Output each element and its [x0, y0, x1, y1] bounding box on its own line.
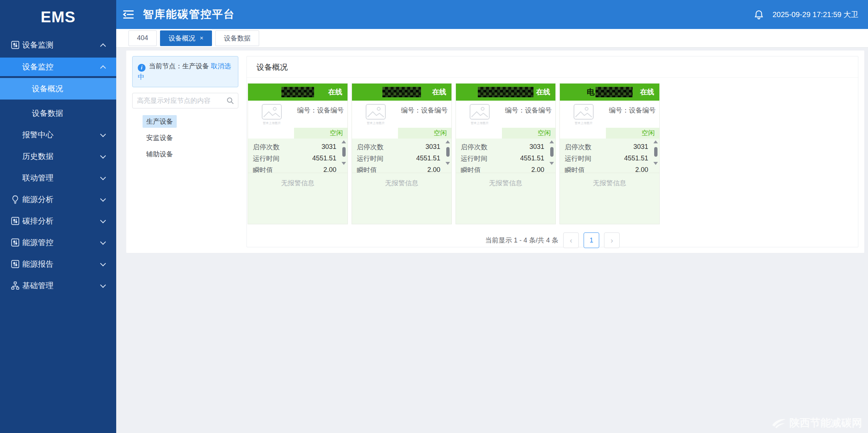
scroll-up-icon[interactable]	[446, 140, 450, 143]
metric-value: 4551.51	[416, 154, 440, 162]
scroll-up-icon[interactable]	[342, 140, 346, 143]
prev-page-button[interactable]: ‹	[563, 232, 579, 248]
page-title: 智库能碳管控平台	[143, 7, 235, 22]
sidebar-item-设备监测[interactable]: 设备监测	[0, 34, 116, 56]
metrics-scrollbar[interactable]	[445, 140, 450, 172]
metrics-scrollbar[interactable]	[341, 140, 346, 172]
metric-label: 瞬时值	[461, 166, 481, 173]
device-card-body: 暂未上传图片 编号：设备编号 空闲	[248, 101, 347, 139]
main-column: 智库能碳管控平台 2025-09-29 17:21:59 大卫 404 设备概况…	[116, 0, 868, 433]
scrollbar-thumb[interactable]	[550, 147, 554, 157]
chevron-down-icon	[100, 153, 106, 159]
sidebar-item-能源分析[interactable]: 能源分析	[0, 189, 116, 210]
scroll-up-icon[interactable]	[653, 140, 658, 143]
sidebar-item-label: 能源分析	[22, 194, 53, 205]
image-placeholder-icon: 暂未上传图片	[252, 104, 291, 136]
scroll-down-icon[interactable]	[549, 162, 554, 165]
page-1-button[interactable]: 1	[584, 232, 599, 248]
tab-404[interactable]: 404	[128, 30, 157, 46]
device-code: 编号：设备编号	[297, 106, 344, 115]
metric-label: 运行时间	[253, 154, 280, 163]
device-card-body: 暂未上传图片 编号：设备编号 空闲	[352, 101, 451, 139]
tree-node-label: 辅助设备	[143, 148, 177, 160]
metric-row: 启停次数3031	[357, 141, 440, 153]
metric-row: 运行时间4551.51	[565, 153, 648, 164]
metric-row: 瞬时值2.00	[357, 164, 440, 173]
scroll-down-icon[interactable]	[446, 162, 450, 165]
pagination-summary: 当前显示 1 - 4 条/共 4 条	[485, 236, 558, 245]
panel-icon	[10, 259, 20, 269]
image-placeholder-icon: 暂未上传图片	[460, 104, 499, 136]
device-card[interactable]: 在线 暂未上传图片 编号：设备编号 空闲 启停次数3031运行时间4551.51…	[456, 83, 556, 224]
device-name-redacted	[478, 87, 533, 97]
sidebar-item-能源报告[interactable]: 能源报告	[0, 253, 116, 275]
content-area: i当前节点：生产设备 取消选中 生产设备 安监设备 辅助设备 设备概况	[116, 48, 868, 433]
search-input[interactable]	[132, 93, 238, 108]
metric-row: 瞬时值2.00	[565, 164, 648, 173]
tab-label: 设备概况	[169, 34, 195, 43]
sidebar-item-碳排分析[interactable]: 碳排分析	[0, 210, 116, 232]
sidebar-item-历史数据[interactable]: 历史数据	[0, 146, 116, 167]
metric-value: 3031	[633, 143, 648, 151]
tab-设备数据[interactable]: 设备数据	[215, 30, 259, 46]
device-metrics: 启停次数3031运行时间4551.51瞬时值2.00	[560, 139, 659, 173]
metric-row: 瞬时值2.00	[253, 164, 336, 173]
online-status-badge: 在线	[328, 87, 342, 97]
next-page-button[interactable]: ›	[604, 232, 620, 248]
device-card[interactable]: 在线 暂未上传图片 编号：设备编号 空闲 启停次数3031运行时间4551.51…	[352, 83, 452, 224]
top-header: 智库能碳管控平台 2025-09-29 17:21:59 大卫	[116, 0, 868, 29]
fold-menu-icon[interactable]	[121, 7, 136, 22]
bell-icon[interactable]	[753, 9, 764, 20]
sidebar-item-设备概况[interactable]: 设备概况	[0, 78, 116, 100]
tree-node-label: 生产设备	[143, 115, 177, 128]
device-code: 编号：设备编号	[401, 106, 448, 115]
metric-row: 运行时间4551.51	[357, 153, 440, 164]
scrollbar-thumb[interactable]	[654, 147, 657, 157]
device-code: 编号：设备编号	[609, 106, 656, 115]
sidebar-item-能源管控[interactable]: 能源管控	[0, 232, 116, 253]
metric-value: 2.00	[635, 166, 648, 173]
sidebar-item-label: 联动管理	[22, 173, 53, 183]
tree-node-安监设备[interactable]: 安监设备	[143, 131, 238, 144]
image-placeholder-caption: 暂未上传图片	[564, 121, 603, 125]
header-right: 2025-09-29 17:21:59 大卫	[753, 9, 858, 20]
sidebar-item-label: 历史数据	[22, 151, 53, 162]
device-card-body: 暂未上传图片 编号：设备编号 空闲	[560, 101, 659, 139]
close-icon[interactable]: ×	[200, 35, 203, 42]
tab-bar: 404 设备概况 × 设备数据	[116, 29, 868, 48]
metrics-scrollbar[interactable]	[549, 140, 554, 172]
sidebar: EMS 设备监测 设备监控 设备概况 设备数据 报警中心 历史数据 联动管理	[0, 0, 116, 433]
metric-row: 运行时间4551.51	[461, 153, 544, 164]
scroll-down-icon[interactable]	[653, 162, 658, 165]
metric-value: 4551.51	[520, 154, 544, 162]
image-placeholder-caption: 暂未上传图片	[460, 121, 499, 125]
device-card-header: 电 在线	[560, 84, 659, 101]
sidebar-item-联动管理[interactable]: 联动管理	[0, 167, 116, 189]
idle-state-badge: 空闲	[606, 128, 659, 139]
scroll-down-icon[interactable]	[342, 162, 346, 165]
metric-value: 4551.51	[312, 154, 336, 162]
tab-设备概况[interactable]: 设备概况 ×	[160, 30, 212, 46]
device-name-prefix: 电	[587, 87, 595, 97]
sidebar-item-设备监控[interactable]: 设备监控	[0, 58, 116, 76]
sidebar-item-基础管理[interactable]: 基础管理	[0, 275, 116, 296]
sidebar-item-报警中心[interactable]: 报警中心	[0, 124, 116, 146]
scroll-up-icon[interactable]	[549, 140, 554, 143]
scrollbar-thumb[interactable]	[446, 147, 450, 157]
device-card[interactable]: 在线 暂未上传图片 编号：设备编号 空闲 启停次数3031运行时间4551.51…	[248, 83, 348, 224]
tree-node-辅助设备[interactable]: 辅助设备	[143, 148, 238, 160]
device-card-header: 在线	[352, 84, 451, 101]
search-icon[interactable]	[226, 96, 235, 105]
sidebar-item-label: 设备概况	[32, 84, 63, 94]
chevron-up-icon	[100, 43, 106, 49]
idle-state-badge: 空闲	[398, 128, 451, 139]
metrics-scrollbar[interactable]	[653, 140, 658, 172]
tree-node-生产设备[interactable]: 生产设备	[143, 115, 238, 128]
metric-label: 启停次数	[253, 143, 280, 152]
scrollbar-thumb[interactable]	[342, 147, 346, 157]
sidebar-item-设备数据[interactable]: 设备数据	[0, 102, 116, 124]
datetime-user: 2025-09-29 17:21:59 大卫	[773, 10, 858, 20]
device-card[interactable]: 电 在线 暂未上传图片 编号：设备编号 空闲 启停次数3031运行时间4551.…	[559, 83, 660, 224]
chevron-down-icon	[100, 131, 106, 137]
main-panel: i当前节点：生产设备 取消选中 生产设备 安监设备 辅助设备 设备概况	[126, 51, 864, 253]
